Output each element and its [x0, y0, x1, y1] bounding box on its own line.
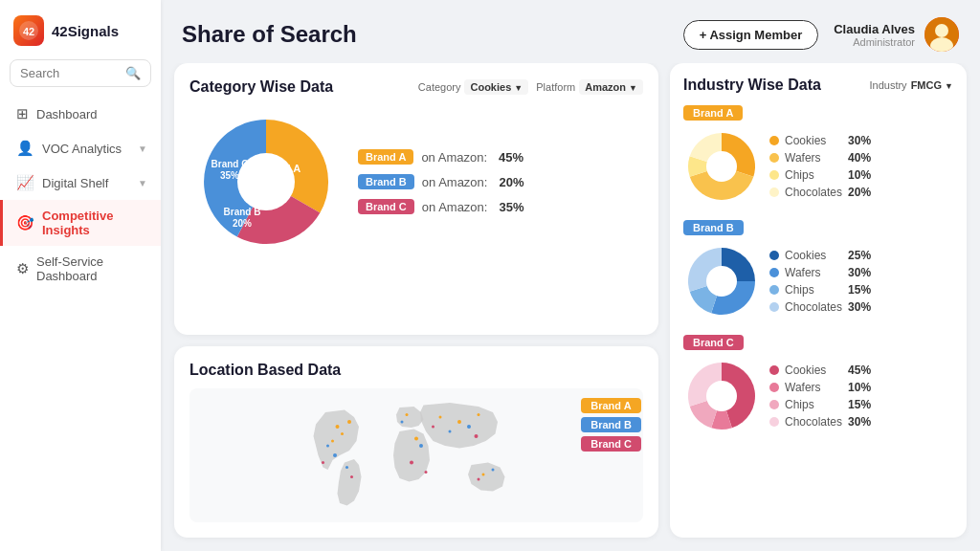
svg-point-38	[706, 266, 737, 297]
industry-filter-value[interactable]: FMCG ▼	[911, 79, 953, 91]
brand-mini-donut	[683, 358, 760, 434]
legend-text: on Amazon:	[422, 200, 488, 214]
sidebar: 42 42Signals 🔍 ⊞ Dashboard👤 VOC Analytic…	[0, 0, 161, 551]
sidebar-item-competitive-insights[interactable]: 🎯 Competitive Insights	[0, 200, 161, 246]
legend-item: Brand C on Amazon: 35%	[358, 199, 523, 214]
svg-point-19	[457, 420, 461, 424]
search-box[interactable]: 🔍	[10, 59, 151, 87]
assign-member-button[interactable]: + Assign Member	[683, 20, 819, 50]
svg-point-20	[478, 413, 480, 416]
brand-item-label: Cookies	[785, 134, 842, 147]
svg-point-26	[419, 444, 423, 448]
chevron-down-icon: ▼	[138, 178, 147, 188]
svg-point-29	[492, 469, 495, 472]
legend-pct: 35%	[499, 200, 523, 214]
chevron-down-icon: ▼	[138, 143, 147, 154]
legend-item: Brand A on Amazon: 45%	[358, 149, 523, 165]
category-card-header: Category Wise Data Category Cookies ▼ Pl…	[189, 78, 643, 96]
world-map	[189, 388, 643, 522]
brand-dot	[769, 302, 779, 312]
svg-text:20%: 20%	[233, 218, 252, 229]
brand-item-pct: 15%	[848, 283, 871, 297]
brand-item-label: Chocolates	[785, 415, 842, 429]
svg-point-37	[706, 151, 737, 182]
svg-point-31	[350, 475, 353, 478]
svg-point-15	[347, 420, 351, 424]
brand-item-pct: 10%	[848, 168, 871, 182]
brand-mini-donut	[683, 243, 760, 320]
legend-badge: Brand A	[358, 149, 413, 165]
svg-point-22	[326, 445, 329, 448]
brand-item-pct: 30%	[848, 415, 871, 429]
svg-point-35	[475, 434, 479, 438]
user-name: Claudia Alves	[834, 22, 915, 36]
map-badges: Brand ABrand BBrand C	[581, 398, 641, 452]
brand-legend-item: Wafers 10%	[769, 381, 871, 394]
location-card-header: Location Based Data	[189, 362, 643, 379]
brand-item-pct: 15%	[848, 398, 871, 411]
nav-icon-digital-shelf: 📈	[16, 174, 34, 191]
search-input[interactable]	[20, 66, 120, 80]
industry-wise-card: Industry Wise Data Industry FMCG ▼ Brand…	[670, 63, 967, 538]
brand-item-label: Chips	[785, 168, 842, 182]
svg-point-23	[333, 453, 337, 457]
brand-item-label: Cookies	[785, 249, 842, 262]
svg-point-17	[414, 437, 418, 441]
sidebar-item-dashboard[interactable]: ⊞ Dashboard	[0, 97, 161, 131]
nav-icon-self-service: ⚙	[16, 260, 29, 277]
brand-dot	[769, 136, 779, 145]
brand-item-pct: 45%	[848, 364, 871, 377]
brand-item-label: Chips	[785, 398, 842, 411]
brand-content: Cookies 25% Wafers 30% Chips 15% Chocola…	[683, 243, 953, 320]
brand-badge: Brand B	[683, 220, 744, 235]
location-based-card: Location Based Data	[174, 346, 658, 538]
brand-dot	[769, 187, 779, 197]
category-filter-label: Category	[418, 81, 461, 93]
content-area: Category Wise Data Category Cookies ▼ Pl…	[161, 63, 980, 551]
brand-legend-item: Chips 15%	[769, 398, 871, 411]
svg-point-34	[432, 426, 434, 429]
svg-point-39	[706, 381, 737, 411]
brand-legend-item: Wafers 30%	[769, 266, 871, 279]
category-legend: Brand A on Amazon: 45% Brand B on Amazon…	[358, 149, 523, 214]
brand-item-label: Cookies	[785, 364, 842, 377]
category-wise-card: Category Wise Data Category Cookies ▼ Pl…	[174, 63, 658, 335]
brand-section-brand-a: Brand A Cookies 30% Wafers 40% Chips 10%…	[683, 103, 953, 205]
svg-text:45%: 45%	[270, 176, 291, 187]
nav-icon-voc-analytics: 👤	[16, 140, 34, 157]
brand-item-pct: 30%	[848, 134, 871, 147]
brand-item-label: Chocolates	[785, 300, 842, 314]
brand-item-pct: 30%	[848, 266, 871, 279]
legend-badge: Brand B	[358, 174, 414, 189]
legend-pct: 45%	[499, 150, 523, 165]
brand-item-label: Wafers	[785, 381, 842, 394]
svg-text:35%: 35%	[220, 170, 239, 181]
brand-dot	[769, 170, 779, 180]
avatar	[924, 17, 959, 52]
brand-dot	[769, 268, 779, 277]
brand-legend-item: Chips 15%	[769, 283, 871, 297]
sidebar-item-voc-analytics[interactable]: 👤 VOC Analytics▼	[0, 131, 161, 165]
svg-point-14	[331, 440, 334, 443]
brand-legend-item: Chocolates 30%	[769, 300, 871, 314]
right-column: Industry Wise Data Industry FMCG ▼ Brand…	[670, 63, 967, 538]
category-filter-value[interactable]: Cookies ▼	[464, 79, 528, 95]
nav-label-competitive-insights: Competitive Insights	[42, 209, 147, 237]
sidebar-item-self-service[interactable]: ⚙ Self-Service Dashboard	[0, 246, 161, 292]
industry-card-header: Industry Wise Data Industry FMCG ▼	[683, 77, 953, 94]
platform-filter-value[interactable]: Amazon ▼	[579, 79, 643, 95]
brand-dot	[769, 383, 779, 392]
category-card-title: Category Wise Data	[189, 78, 411, 96]
user-area: Claudia Alves Administrator	[834, 17, 959, 52]
brand-section-brand-c: Brand C Cookies 45% Wafers 10% Chips 15%…	[683, 333, 953, 434]
svg-point-21	[482, 474, 485, 476]
brand-legend: Cookies 45% Wafers 10% Chips 15% Chocola…	[769, 364, 871, 429]
brand-legend-item: Cookies 45%	[769, 364, 871, 377]
platform-filter-label: Platform	[536, 81, 575, 93]
svg-point-25	[401, 421, 404, 424]
brand-item-label: Chips	[785, 283, 842, 297]
legend-pct: 20%	[499, 175, 523, 189]
brand-legend-item: Chocolates 30%	[769, 415, 871, 429]
sidebar-item-digital-shelf[interactable]: 📈 Digital Shelf▼	[0, 165, 161, 200]
location-map-wrapper: Brand ABrand BBrand C	[189, 388, 643, 522]
